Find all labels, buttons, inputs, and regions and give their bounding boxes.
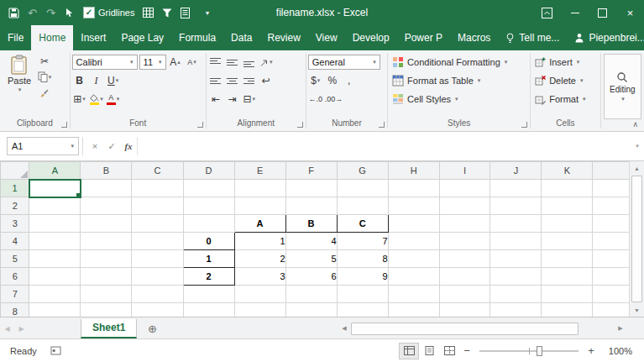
close-button[interactable]: × xyxy=(616,0,644,25)
tab-insert[interactable]: Insert xyxy=(73,25,113,50)
number-dialog-launcher[interactable] xyxy=(379,122,385,128)
tell-me-box[interactable]: Tell me... xyxy=(498,25,567,50)
row-header-5[interactable]: 5 xyxy=(1,250,29,268)
cell-K8[interactable] xyxy=(542,303,593,317)
cell-G4[interactable]: 7 xyxy=(337,233,388,250)
cell-E8[interactable] xyxy=(234,303,285,317)
comma-style-button[interactable]: , xyxy=(342,73,357,89)
cell-C6[interactable] xyxy=(132,268,183,286)
cell-C1[interactable] xyxy=(132,180,183,197)
cell-C8[interactable] xyxy=(132,303,183,317)
cell-I5[interactable] xyxy=(439,250,490,268)
cell-B8[interactable] xyxy=(81,303,132,317)
horizontal-scroll-track[interactable] xyxy=(351,323,614,335)
select-all-button[interactable] xyxy=(1,162,29,180)
row-header-3[interactable]: 3 xyxy=(1,215,29,233)
formula-input[interactable] xyxy=(137,137,631,155)
increase-decimal-button[interactable]: ←.0 xyxy=(308,92,323,108)
cell-K2[interactable] xyxy=(542,197,593,215)
cell-D3[interactable] xyxy=(183,215,234,233)
column-header-B[interactable]: B xyxy=(81,162,132,180)
decrease-font-size-button[interactable]: A▾ xyxy=(185,55,200,71)
cell-B4[interactable] xyxy=(81,233,132,250)
cell-H4[interactable] xyxy=(388,233,439,250)
cell-D4[interactable]: 0 xyxy=(183,233,234,250)
cell-A5[interactable] xyxy=(29,250,81,268)
cell-A4[interactable] xyxy=(29,233,81,250)
top-align-button[interactable] xyxy=(208,55,223,71)
cell-F8[interactable] xyxy=(285,303,337,317)
row-header-6[interactable]: 6 xyxy=(1,268,29,286)
cell-H6[interactable] xyxy=(388,268,439,286)
number-format-select[interactable]: General ▾ xyxy=(308,55,380,70)
increase-indent-button[interactable]: ⇥ xyxy=(225,92,240,108)
filter-icon[interactable] xyxy=(158,3,175,22)
cell-D1[interactable] xyxy=(183,180,234,197)
cell-I4[interactable] xyxy=(439,233,490,250)
horizontal-scroll-thumb[interactable] xyxy=(351,323,579,335)
editing-group-button[interactable]: Editing ▾ xyxy=(604,54,641,119)
cell-F5[interactable]: 5 xyxy=(285,250,337,268)
cell-D7[interactable] xyxy=(183,286,234,303)
cell-E6[interactable]: 3 xyxy=(234,268,285,286)
cell-A1[interactable] xyxy=(29,180,81,197)
account-name[interactable]: Piepenbrei... xyxy=(567,25,644,50)
tab-macros[interactable]: Macros xyxy=(450,25,498,50)
name-box[interactable]: A1 ▾ xyxy=(7,137,79,155)
touch-mouse-mode-icon[interactable] xyxy=(60,3,78,22)
zoom-out-button[interactable]: − xyxy=(459,344,474,357)
styles-dialog-launcher[interactable] xyxy=(521,122,527,128)
ribbon-display-options-icon[interactable] xyxy=(533,0,561,25)
column-header-E[interactable]: E xyxy=(234,162,285,180)
redo-icon[interactable]: ↷ xyxy=(42,3,60,22)
horizontal-scrollbar[interactable]: ◀ ▶ xyxy=(338,318,627,338)
accounting-format-button[interactable]: $▾ xyxy=(308,73,323,89)
scroll-left-icon[interactable]: ◀ xyxy=(338,325,351,332)
cell-J1[interactable] xyxy=(490,180,542,197)
format-cells-button[interactable]: Format ▾ xyxy=(532,90,599,108)
cell-C7[interactable] xyxy=(132,286,183,303)
cell-E5[interactable]: 2 xyxy=(234,250,285,268)
column-header-A[interactable]: A xyxy=(29,162,81,180)
zoom-slider[interactable] xyxy=(479,350,579,352)
cell-D2[interactable] xyxy=(183,197,234,215)
row-header-2[interactable]: 2 xyxy=(1,197,29,215)
row-header-7[interactable]: 7 xyxy=(1,286,29,303)
cell-I1[interactable] xyxy=(439,180,490,197)
tab-home[interactable]: Home xyxy=(31,25,73,50)
cell-B3[interactable] xyxy=(81,215,132,233)
cell-H7[interactable] xyxy=(388,286,439,303)
copy-button[interactable]: ▾ xyxy=(37,69,52,85)
paste-dropdown-icon[interactable]: ▾ xyxy=(18,87,22,93)
cancel-formula-icon[interactable]: × xyxy=(86,137,103,155)
sheet-scroll-right-icon[interactable]: ▶ xyxy=(14,318,29,338)
normal-view-button[interactable] xyxy=(399,343,419,359)
expand-formula-bar-icon[interactable]: ▾ xyxy=(631,143,644,150)
cell-I8[interactable] xyxy=(439,303,490,317)
center-button[interactable] xyxy=(225,73,240,89)
format-as-table-button[interactable]: Format as Table ▾ xyxy=(390,71,528,90)
cell-D5[interactable]: 1 xyxy=(183,250,234,268)
tab-view[interactable]: View xyxy=(308,25,345,50)
tab-formula[interactable]: Formula xyxy=(171,25,223,50)
cell-J8[interactable] xyxy=(490,303,542,317)
insert-cells-button[interactable]: Insert ▾ xyxy=(532,53,599,71)
fill-color-button[interactable]: ▾ xyxy=(89,92,104,108)
column-header-G[interactable]: G xyxy=(337,162,388,180)
cell-H1[interactable] xyxy=(388,180,439,197)
cell-J7[interactable] xyxy=(490,286,542,303)
collapse-ribbon-icon[interactable]: ∧ xyxy=(632,120,638,129)
cell-K1[interactable] xyxy=(542,180,593,197)
cell-E2[interactable] xyxy=(234,197,285,215)
tab-develop[interactable]: Develop xyxy=(345,25,397,50)
cell-styles-button[interactable]: Cell Styles ▾ xyxy=(390,90,528,108)
cell-G8[interactable] xyxy=(337,303,388,317)
percent-style-button[interactable]: % xyxy=(325,73,340,89)
cell-G7[interactable] xyxy=(337,286,388,303)
cell-I6[interactable] xyxy=(439,268,490,286)
cell-E7[interactable] xyxy=(234,286,285,303)
cell-J2[interactable] xyxy=(490,197,542,215)
scroll-right-icon[interactable]: ▶ xyxy=(614,325,627,332)
cell-F3[interactable]: B xyxy=(285,215,337,233)
cell-B5[interactable] xyxy=(81,250,132,268)
